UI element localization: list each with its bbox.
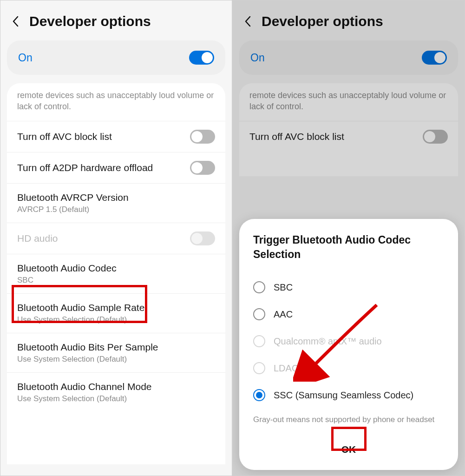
row-title: Bluetooth Audio Sample Rate — [17, 302, 215, 313]
master-toggle[interactable] — [189, 51, 214, 65]
row-title: Turn off A2DP hardware offload — [17, 162, 190, 173]
settings-list: remote devices such as unacceptably loud… — [7, 83, 225, 464]
row-title: Turn off AVC block list — [17, 131, 190, 142]
radio-option-ssc[interactable]: SSC (Samsung Seamless Codec) — [253, 382, 444, 409]
row-avc-block-list[interactable]: Turn off AVC block list — [7, 121, 225, 152]
radio-option-ldac: LDAC — [253, 355, 444, 382]
row-channel-mode[interactable]: Bluetooth Audio Channel Mode Use System … — [7, 372, 225, 412]
radio-option-sbc[interactable]: SBC — [253, 274, 444, 301]
toggle-a2dp[interactable] — [190, 161, 215, 175]
radio-icon[interactable] — [253, 389, 265, 401]
radio-label: Qualcomm® aptX™ audio — [274, 336, 382, 347]
master-toggle-row[interactable]: On — [7, 40, 225, 75]
row-a2dp-offload[interactable]: Turn off A2DP hardware offload — [7, 152, 225, 183]
ok-button[interactable]: OK — [333, 440, 365, 459]
row-title: Bluetooth AVRCP Version — [17, 192, 215, 203]
left-screenshot: Developer options On remote devices such… — [0, 0, 232, 476]
dialog-title: Trigger Bluetooth Audio Codec Selection — [253, 233, 444, 262]
radio-label: AAC — [274, 309, 293, 320]
page-title: Developer options — [29, 13, 151, 29]
codec-selection-dialog: Trigger Bluetooth Audio Codec Selection … — [239, 219, 458, 470]
description-text: remote devices such as unacceptably loud… — [7, 83, 225, 121]
row-bluetooth-audio-codec[interactable]: Bluetooth Audio Codec SBC — [7, 254, 225, 293]
back-icon[interactable] — [10, 16, 21, 27]
radio-label: SBC — [274, 282, 293, 293]
master-toggle-label: On — [18, 52, 33, 64]
row-avrcp-version[interactable]: Bluetooth AVRCP Version AVRCP 1.5 (Defau… — [7, 183, 225, 223]
radio-icon[interactable] — [253, 308, 265, 320]
toggle-hd-audio — [190, 231, 215, 245]
radio-icon[interactable] — [253, 281, 265, 293]
row-subtitle: Use System Selection (Default) — [17, 394, 215, 403]
row-subtitle: Use System Selection (Default) — [17, 315, 215, 324]
radio-option-aptx: Qualcomm® aptX™ audio — [253, 328, 444, 355]
radio-icon — [253, 362, 265, 374]
toggle-avc[interactable] — [190, 130, 215, 144]
row-hd-audio: HD audio — [7, 223, 225, 254]
dialog-note: Gray-out means not supported by phone or… — [253, 415, 444, 424]
radio-label: SSC (Samsung Seamless Codec) — [274, 390, 413, 401]
row-title: Bluetooth Audio Bits Per Sample — [17, 342, 215, 353]
right-screenshot: Developer options On remote devices such… — [233, 0, 465, 476]
row-title: Bluetooth Audio Codec — [17, 263, 215, 274]
row-bits-per-sample[interactable]: Bluetooth Audio Bits Per Sample Use Syst… — [7, 333, 225, 372]
radio-icon — [253, 335, 265, 347]
row-subtitle: SBC — [17, 276, 215, 285]
row-subtitle: Use System Selection (Default) — [17, 355, 215, 364]
row-subtitle: AVRCP 1.5 (Default) — [17, 205, 215, 214]
row-title: Bluetooth Audio Channel Mode — [17, 381, 215, 392]
header: Developer options — [0, 0, 232, 40]
row-title: HD audio — [17, 233, 190, 244]
radio-label: LDAC — [274, 363, 298, 374]
radio-option-aac[interactable]: AAC — [253, 301, 444, 328]
row-sample-rate[interactable]: Bluetooth Audio Sample Rate Use System S… — [7, 293, 225, 333]
